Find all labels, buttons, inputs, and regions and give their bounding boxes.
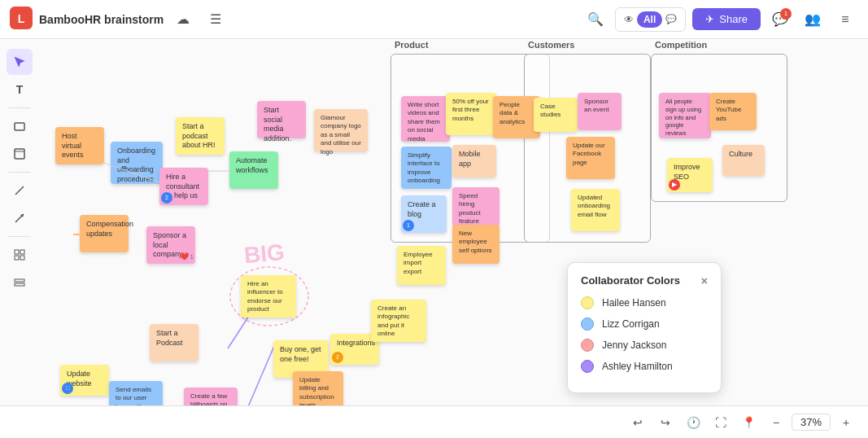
sticky-employee-import[interactable]: Employee import export <box>397 246 446 285</box>
collab-dot-jenny <box>581 339 594 352</box>
people-icon[interactable]: 👥 <box>800 7 826 33</box>
rectangle-tool[interactable] <box>7 113 33 139</box>
arrow-tool[interactable] <box>7 205 33 231</box>
svg-rect-3 <box>15 149 24 159</box>
text-tool[interactable]: T <box>7 77 33 103</box>
sticky-sponsor-local[interactable]: Sponsor a local company ❤️1 <box>146 226 195 264</box>
sticky-youtube-ads[interactable]: Create YouTube ads <box>709 93 757 130</box>
collab-name-ashley: Ashley Hamilton <box>602 361 673 372</box>
sticky-hire-consultant[interactable]: Hire a consultant to help us 2 <box>159 168 208 205</box>
sticky-updated-onboarding[interactable]: Updated onboarding email flow <box>571 189 620 231</box>
sticky-billboards[interactable]: Create a few billboards on the highway <box>184 388 238 405</box>
collab-dot-lizz <box>581 318 594 331</box>
sticky-improve-seo[interactable]: Improve SEO ▶ <box>667 158 713 192</box>
sticky-company-logo[interactable]: Glamour company logo as a small and util… <box>314 109 368 151</box>
sticky-sponsor-event[interactable]: Sponsor an event <box>578 93 622 130</box>
collab-panel-close[interactable]: × <box>701 275 708 287</box>
collab-panel-title: Collaborator Colors <box>581 274 680 287</box>
sticky-short-videos[interactable]: Write short videos and share them on soc… <box>401 96 450 142</box>
canvas[interactable]: Product Customers Competition BIG Host v… <box>0 39 868 405</box>
sticky-culture[interactable]: Culture <box>722 145 765 176</box>
collaborator-colors-panel: Collaborator Colors × Hailee Hansen Lizz… <box>567 262 722 393</box>
svg-rect-12 <box>15 279 24 282</box>
sticky-send-emails[interactable]: Send emails to our user base with a prom… <box>109 381 163 405</box>
badge-create-blog: 1 <box>403 220 414 231</box>
badge-hire-consultant: 2 <box>161 192 172 204</box>
svg-text:L: L <box>18 12 25 25</box>
zoom-in-button[interactable]: + <box>834 410 858 435</box>
share-button[interactable]: ✈ Share <box>692 8 761 30</box>
notification-badge: 1 <box>780 8 792 20</box>
sticky-all-people[interactable]: All people sign up using on info and goo… <box>659 93 711 138</box>
all-badge: All <box>637 11 662 28</box>
share-label: Share <box>719 13 748 25</box>
search-icon[interactable]: 🔍 <box>582 7 608 33</box>
collab-item-ashley: Ashley Hamilton <box>581 360 708 373</box>
sticky-host-virtual-events[interactable]: Host virtual events <box>55 127 104 164</box>
collab-item-jenny: Jenny Jackson <box>581 339 708 352</box>
sticky-automate-workflows[interactable]: Automate workflows <box>229 151 278 189</box>
view-indicator[interactable]: 👁 All 💬 <box>615 7 686 32</box>
redo-button[interactable]: ↪ <box>653 410 678 435</box>
frame-competition-label: Competition <box>655 40 707 50</box>
sticky-hire-influencer[interactable]: Hire an influencer to endorse our produc… <box>241 275 296 318</box>
sticky-speed-hiring[interactable]: Speed hiring product feature <box>452 187 499 226</box>
collab-panel-header: Collaborator Colors × <box>581 274 708 287</box>
cloud-icon[interactable]: ☁ <box>170 7 196 33</box>
frame-customers-label: Customers <box>528 40 574 50</box>
svg-rect-8 <box>15 250 19 254</box>
zoom-out-button[interactable]: − <box>764 410 788 435</box>
toolbar-divider-1 <box>8 107 31 108</box>
heart-badge: ❤️1 <box>180 252 194 262</box>
frame-tool[interactable] <box>7 141 33 167</box>
bottom-toolbar: ↩ ↪ 🕐 ⛶ 📍 − 37% + <box>0 405 868 438</box>
sticky-50-off[interactable]: 50% off your first three months <box>446 93 496 135</box>
badge-seo: ▶ <box>669 179 680 191</box>
sticky-social-media[interactable]: Start social media addition. <box>257 101 306 138</box>
sticky-simplify[interactable]: Simplify interface to improve onboarding <box>401 147 451 189</box>
svg-rect-2 <box>15 123 24 130</box>
select-tool[interactable] <box>7 49 33 75</box>
notification-button[interactable]: 💬 1 <box>767 7 793 33</box>
badge-integrations: 2 <box>332 352 343 363</box>
line-tool[interactable] <box>7 177 33 204</box>
sticky-podcast-hr[interactable]: Start a podcast about HR! <box>176 117 225 155</box>
collab-name-lizz: Lizz Corrigan <box>602 318 660 330</box>
sticky-update-facebook[interactable]: Update our Facebook page <box>566 137 615 179</box>
svg-rect-11 <box>20 256 24 260</box>
sticky-new-employee[interactable]: New employee self options <box>452 225 499 264</box>
grid-tool[interactable] <box>7 242 33 268</box>
svg-rect-9 <box>20 250 24 254</box>
layers-tool[interactable] <box>7 269 33 296</box>
header: L BambooHR brainstorm ☁ ☰ 🔍 👁 All 💬 ✈ Sh… <box>0 0 868 39</box>
history-button[interactable]: 🕐 <box>681 410 705 435</box>
undo-button[interactable]: ↩ <box>626 410 650 435</box>
collab-dot-hailee <box>581 296 594 309</box>
sticky-case-studies[interactable]: Case studies <box>534 98 578 132</box>
collab-name-jenny: Jenny Jackson <box>602 339 666 351</box>
fit-button[interactable]: ⛶ <box>709 410 733 435</box>
share-icon: ✈ <box>705 13 714 25</box>
svg-rect-13 <box>15 283 24 286</box>
sticky-infographic[interactable]: Create an infographic and put it online <box>371 300 426 342</box>
collab-name-hailee: Hailee Hansen <box>602 297 666 309</box>
menu-icon[interactable]: ☰ <box>203 7 229 33</box>
collab-item-lizz: Lizz Corrigan <box>581 318 708 331</box>
sticky-update-billing[interactable]: Update billing and subscription levels <box>293 371 343 405</box>
sticky-create-blog[interactable]: Create a blog 1 <box>401 195 447 233</box>
sticky-onboarding[interactable]: Onboarding and offboarding procedures <box>111 142 163 184</box>
left-toolbar: T <box>7 49 33 296</box>
sticky-mobile-app[interactable]: Mobile app <box>452 145 496 177</box>
toolbar-divider-2 <box>8 172 31 173</box>
sticky-update-website[interactable]: Update website □ <box>60 365 109 396</box>
toolbar-divider-3 <box>8 236 31 237</box>
logo: L <box>10 7 33 33</box>
more-options-icon[interactable]: ≡ <box>832 7 858 33</box>
sticky-compensation[interactable]: Compensation updates <box>80 215 129 252</box>
app-title: BambooHR brainstorm <box>39 13 164 26</box>
sticky-start-podcast[interactable]: Start a Podcast <box>150 324 198 361</box>
collab-dot-ashley <box>581 360 594 373</box>
badge-update-website: □ <box>62 383 73 394</box>
location-button[interactable]: 📍 <box>736 410 761 435</box>
svg-rect-10 <box>15 256 19 260</box>
